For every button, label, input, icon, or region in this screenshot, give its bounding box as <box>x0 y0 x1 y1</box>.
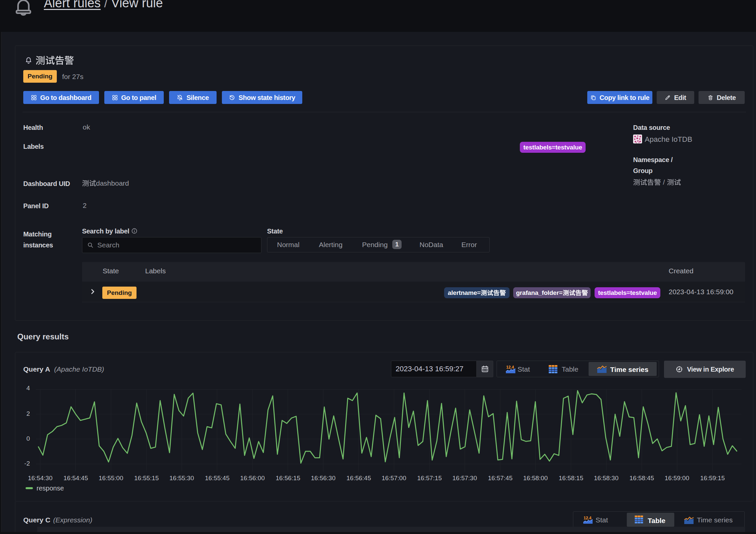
svg-text:12.4: 12.4 <box>506 365 514 370</box>
svg-text:12.4: 12.4 <box>584 516 592 520</box>
